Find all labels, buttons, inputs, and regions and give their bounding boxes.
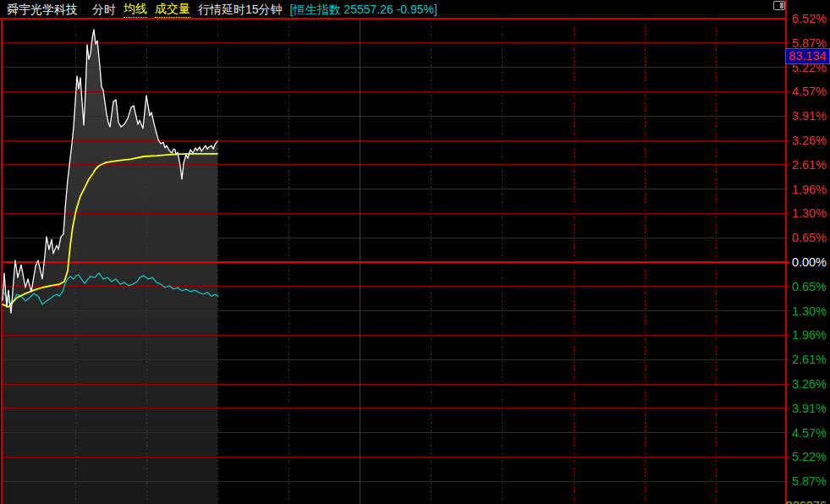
stock-title: 舜宇光学科技: [7, 0, 78, 19]
price-badge: 83.134: [785, 48, 830, 64]
axis-label: 0.65%: [792, 230, 827, 245]
toolbar: 舜宇光学科技 分时 均线 成交量 行情延时15分钟 [恒生指数 25557.26…: [0, 0, 830, 19]
axis-label: 3.26%: [792, 376, 827, 392]
volume-scale-partial-label: 226276: [786, 498, 827, 504]
axis-label: 2.61%: [792, 352, 827, 367]
hang-seng-index-quote-link[interactable]: [恒生指数 25557.26 -0.95%]: [290, 0, 437, 19]
axis-label: 3.26%: [792, 133, 827, 148]
axis-label: 1.30%: [792, 304, 827, 319]
axis-label: 1.96%: [792, 182, 827, 197]
delay-notice: 行情延时15分钟: [198, 0, 283, 19]
axis-label: 2.61%: [792, 157, 827, 173]
axis-label: 0.00%: [792, 255, 827, 270]
axis-label: 4.57%: [792, 425, 827, 441]
panel-switch-icon-bar: [780, 3, 783, 8]
axis-label: 3.91%: [792, 108, 827, 123]
volume-toggle[interactable]: 成交量: [155, 1, 190, 18]
panel-switch-icon[interactable]: [773, 1, 785, 10]
axis-label: 1.30%: [792, 205, 827, 221]
axis-label: 5.87%: [792, 474, 827, 489]
intraday-chart[interactable]: [0, 0, 830, 504]
axis-label: 1.96%: [792, 327, 827, 342]
axis-label: 4.57%: [792, 84, 827, 99]
axis-label: 5.22%: [792, 449, 827, 464]
axis-label: 3.91%: [792, 401, 827, 416]
ma-line-toggle[interactable]: 均线: [124, 1, 147, 18]
tab-intraday[interactable]: 分时: [92, 0, 116, 19]
axis-label: 0.65%: [792, 279, 827, 294]
axis-label: 6.52%: [792, 11, 827, 26]
